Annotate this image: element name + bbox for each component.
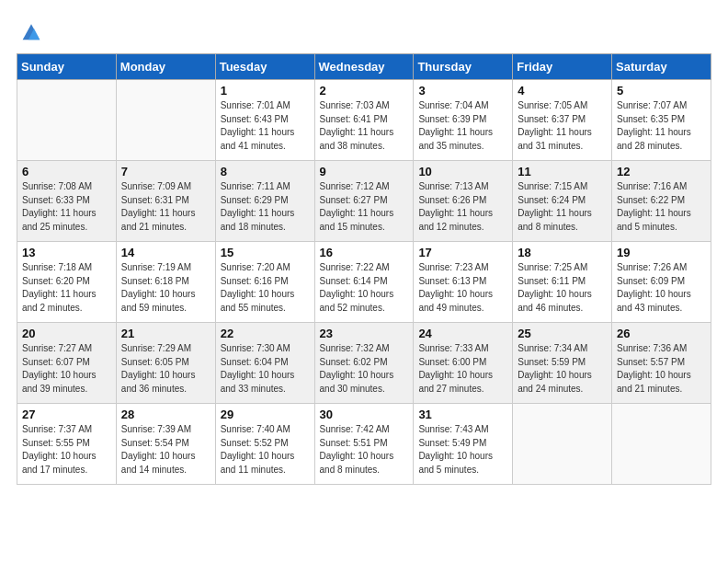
day-info: Sunrise: 7:16 AM Sunset: 6:22 PM Dayligh… [617,180,706,234]
day-number: 11 [518,165,607,178]
day-info: Sunrise: 7:19 AM Sunset: 6:18 PM Dayligh… [121,261,210,315]
day-cell: 25Sunrise: 7:34 AM Sunset: 5:59 PM Dayli… [513,323,612,404]
day-number: 18 [518,246,607,259]
day-cell [116,80,215,161]
day-info: Sunrise: 7:04 AM Sunset: 6:39 PM Dayligh… [418,99,507,153]
day-cell: 24Sunrise: 7:33 AM Sunset: 6:00 PM Dayli… [414,323,513,404]
day-info: Sunrise: 7:09 AM Sunset: 6:31 PM Dayligh… [121,180,210,234]
day-number: 14 [121,246,210,259]
day-info: Sunrise: 7:23 AM Sunset: 6:13 PM Dayligh… [418,261,507,315]
day-info: Sunrise: 7:07 AM Sunset: 6:35 PM Dayligh… [617,99,706,153]
day-cell: 29Sunrise: 7:40 AM Sunset: 5:52 PM Dayli… [215,404,314,485]
day-info: Sunrise: 7:42 AM Sunset: 5:51 PM Dayligh… [320,423,409,477]
day-cell: 23Sunrise: 7:32 AM Sunset: 6:02 PM Dayli… [314,323,414,404]
day-info: Sunrise: 7:36 AM Sunset: 5:57 PM Dayligh… [617,342,706,396]
day-cell: 11Sunrise: 7:15 AM Sunset: 6:24 PM Dayli… [513,161,612,242]
day-number: 6 [22,165,111,178]
day-cell: 28Sunrise: 7:39 AM Sunset: 5:54 PM Dayli… [116,404,215,485]
day-info: Sunrise: 7:18 AM Sunset: 6:20 PM Dayligh… [22,261,111,315]
day-info: Sunrise: 7:22 AM Sunset: 6:14 PM Dayligh… [320,261,409,315]
day-cell: 2Sunrise: 7:03 AM Sunset: 6:41 PM Daylig… [314,80,414,161]
weekday-wednesday: Wednesday [314,54,414,80]
day-info: Sunrise: 7:29 AM Sunset: 6:05 PM Dayligh… [121,342,210,396]
day-cell: 7Sunrise: 7:09 AM Sunset: 6:31 PM Daylig… [116,161,215,242]
day-info: Sunrise: 7:32 AM Sunset: 6:02 PM Dayligh… [320,342,409,396]
day-cell: 4Sunrise: 7:05 AM Sunset: 6:37 PM Daylig… [513,80,612,161]
day-number: 24 [418,327,507,340]
day-cell: 14Sunrise: 7:19 AM Sunset: 6:18 PM Dayli… [116,242,215,323]
day-info: Sunrise: 7:25 AM Sunset: 6:11 PM Dayligh… [518,261,607,315]
day-number: 20 [22,327,111,340]
day-cell: 8Sunrise: 7:11 AM Sunset: 6:29 PM Daylig… [215,161,314,242]
day-number: 27 [22,408,111,421]
day-number: 31 [418,408,507,421]
day-info: Sunrise: 7:39 AM Sunset: 5:54 PM Dayligh… [121,423,210,477]
day-info: Sunrise: 7:20 AM Sunset: 6:16 PM Dayligh… [221,261,310,315]
day-cell: 26Sunrise: 7:36 AM Sunset: 5:57 PM Dayli… [612,323,711,404]
day-cell: 10Sunrise: 7:13 AM Sunset: 6:26 PM Dayli… [414,161,513,242]
day-cell: 31Sunrise: 7:43 AM Sunset: 5:49 PM Dayli… [414,404,513,485]
day-number: 16 [320,246,409,259]
day-number: 23 [320,327,409,340]
day-number: 29 [221,408,310,421]
day-number: 26 [617,327,706,340]
day-cell: 15Sunrise: 7:20 AM Sunset: 6:16 PM Dayli… [215,242,314,323]
day-info: Sunrise: 7:01 AM Sunset: 6:43 PM Dayligh… [221,99,310,153]
day-cell: 3Sunrise: 7:04 AM Sunset: 6:39 PM Daylig… [414,80,513,161]
logo-icon [18,18,44,44]
weekday-header-row: SundayMondayTuesdayWednesdayThursdayFrid… [17,54,711,80]
logo [17,17,44,44]
day-info: Sunrise: 7:08 AM Sunset: 6:33 PM Dayligh… [22,180,111,234]
header [17,17,711,44]
week-row-3: 13Sunrise: 7:18 AM Sunset: 6:20 PM Dayli… [17,242,711,323]
weekday-monday: Monday [116,54,215,80]
day-cell: 20Sunrise: 7:27 AM Sunset: 6:07 PM Dayli… [17,323,117,404]
day-info: Sunrise: 7:27 AM Sunset: 6:07 PM Dayligh… [22,342,111,396]
day-number: 21 [121,327,210,340]
day-number: 3 [418,84,507,98]
weekday-saturday: Saturday [612,54,711,80]
day-number: 15 [221,246,310,259]
page: SundayMondayTuesdayWednesdayThursdayFrid… [0,0,728,494]
day-info: Sunrise: 7:26 AM Sunset: 6:09 PM Dayligh… [617,261,706,315]
day-cell: 13Sunrise: 7:18 AM Sunset: 6:20 PM Dayli… [17,242,117,323]
week-row-4: 20Sunrise: 7:27 AM Sunset: 6:07 PM Dayli… [17,323,711,404]
day-cell: 9Sunrise: 7:12 AM Sunset: 6:27 PM Daylig… [314,161,414,242]
day-cell: 30Sunrise: 7:42 AM Sunset: 5:51 PM Dayli… [314,404,414,485]
day-info: Sunrise: 7:13 AM Sunset: 6:26 PM Dayligh… [418,180,507,234]
day-cell: 16Sunrise: 7:22 AM Sunset: 6:14 PM Dayli… [314,242,414,323]
day-info: Sunrise: 7:05 AM Sunset: 6:37 PM Dayligh… [518,99,607,153]
day-cell: 21Sunrise: 7:29 AM Sunset: 6:05 PM Dayli… [116,323,215,404]
weekday-tuesday: Tuesday [215,54,314,80]
day-number: 19 [617,246,706,259]
week-row-1: 1Sunrise: 7:01 AM Sunset: 6:43 PM Daylig… [17,80,711,161]
day-cell: 6Sunrise: 7:08 AM Sunset: 6:33 PM Daylig… [17,161,117,242]
day-info: Sunrise: 7:43 AM Sunset: 5:49 PM Dayligh… [418,423,507,477]
day-number: 1 [221,84,310,98]
day-info: Sunrise: 7:37 AM Sunset: 5:55 PM Dayligh… [22,423,111,477]
day-info: Sunrise: 7:15 AM Sunset: 6:24 PM Dayligh… [518,180,607,234]
weekday-sunday: Sunday [17,54,117,80]
day-cell: 19Sunrise: 7:26 AM Sunset: 6:09 PM Dayli… [612,242,711,323]
day-info: Sunrise: 7:40 AM Sunset: 5:52 PM Dayligh… [221,423,310,477]
day-cell [612,404,711,485]
day-cell: 5Sunrise: 7:07 AM Sunset: 6:35 PM Daylig… [612,80,711,161]
day-number: 4 [518,84,607,98]
logo-area [17,17,44,44]
day-info: Sunrise: 7:34 AM Sunset: 5:59 PM Dayligh… [518,342,607,396]
day-cell: 17Sunrise: 7:23 AM Sunset: 6:13 PM Dayli… [414,242,513,323]
day-number: 7 [121,165,210,178]
day-cell: 18Sunrise: 7:25 AM Sunset: 6:11 PM Dayli… [513,242,612,323]
day-number: 13 [22,246,111,259]
day-info: Sunrise: 7:03 AM Sunset: 6:41 PM Dayligh… [320,99,409,153]
day-number: 5 [617,84,706,98]
day-cell: 12Sunrise: 7:16 AM Sunset: 6:22 PM Dayli… [612,161,711,242]
day-number: 9 [320,165,409,178]
day-number: 10 [418,165,507,178]
day-number: 2 [320,84,409,98]
day-info: Sunrise: 7:33 AM Sunset: 6:00 PM Dayligh… [418,342,507,396]
calendar-table: SundayMondayTuesdayWednesdayThursdayFrid… [17,53,711,485]
day-info: Sunrise: 7:30 AM Sunset: 6:04 PM Dayligh… [221,342,310,396]
day-number: 30 [320,408,409,421]
day-number: 22 [221,327,310,340]
